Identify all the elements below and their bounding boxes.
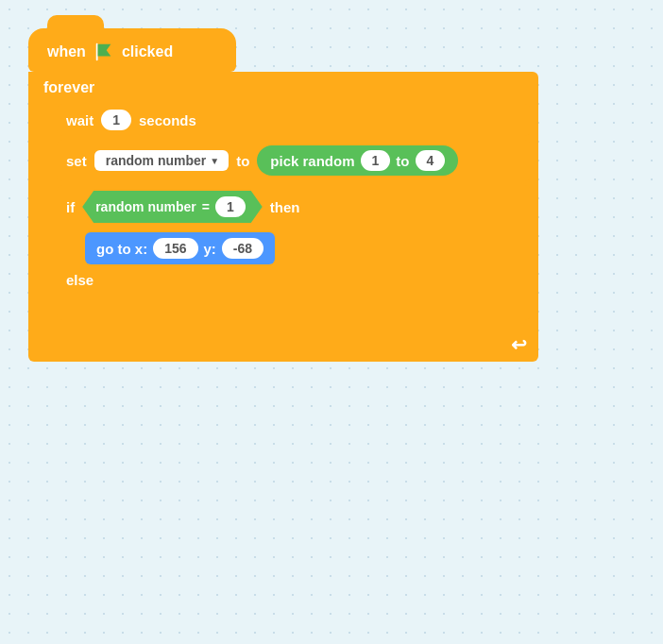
pick-random-to[interactable]: 4: [416, 150, 446, 171]
clicked-label: clicked: [122, 43, 173, 60]
repeat-arrow-icon: ↩: [511, 333, 527, 356]
goto-block[interactable]: go to x: 156 y: -68: [85, 232, 275, 264]
goto-y[interactable]: -68: [222, 238, 264, 259]
if-label: if: [66, 199, 75, 215]
equals-sign: =: [202, 199, 210, 214]
forever-label: forever: [43, 79, 94, 95]
svg-rect-0: [96, 43, 98, 60]
variable-name: random number: [106, 153, 207, 168]
forever-header: forever: [28, 72, 538, 104]
else-label: else: [66, 272, 94, 288]
dropdown-arrow-icon: ▼: [210, 156, 219, 166]
scratch-workspace: when clicked forever wait 1 seconds: [0, 0, 663, 57]
else-branch: [85, 292, 523, 320]
set-label: set: [66, 153, 87, 169]
when-clicked-block[interactable]: when clicked: [28, 28, 236, 72]
forever-bottom: ↩: [28, 328, 538, 362]
flag-icon: [94, 42, 114, 62]
pick-random-block[interactable]: pick random 1 to 4: [257, 145, 458, 176]
wait-value[interactable]: 1: [101, 110, 131, 130]
wait-block[interactable]: wait 1 seconds: [57, 104, 531, 136]
when-label: when: [47, 43, 86, 60]
else-header: else: [57, 268, 531, 292]
if-condition[interactable]: random number = 1: [82, 191, 263, 223]
forever-block: forever wait 1 seconds set random number…: [28, 72, 538, 362]
pick-random-from[interactable]: 1: [361, 150, 391, 171]
set-block[interactable]: set random number ▼ to pick random 1 to …: [57, 140, 531, 181]
pick-random-to-label: to: [396, 153, 409, 169]
wait-label: wait: [66, 112, 94, 128]
goto-y-label: y:: [204, 241, 216, 257]
goto-label: go to x:: [96, 241, 147, 257]
condition-var: random number: [95, 199, 196, 214]
set-to-label: to: [236, 153, 249, 169]
pick-random-label: pick random: [270, 153, 354, 169]
if-else-block: if random number = 1 then go to x: [57, 185, 531, 320]
condition-val[interactable]: 1: [215, 196, 246, 217]
if-header: if random number = 1 then: [57, 185, 531, 229]
block-stack: when clicked forever wait 1 seconds: [28, 28, 538, 362]
goto-x[interactable]: 156: [153, 238, 197, 259]
then-label: then: [270, 199, 300, 215]
variable-dropdown[interactable]: random number ▼: [94, 150, 229, 171]
seconds-label: seconds: [139, 112, 196, 128]
forever-inner: wait 1 seconds set random number ▼ to pi…: [57, 104, 531, 328]
then-branch: go to x: 156 y: -68: [85, 229, 523, 268]
